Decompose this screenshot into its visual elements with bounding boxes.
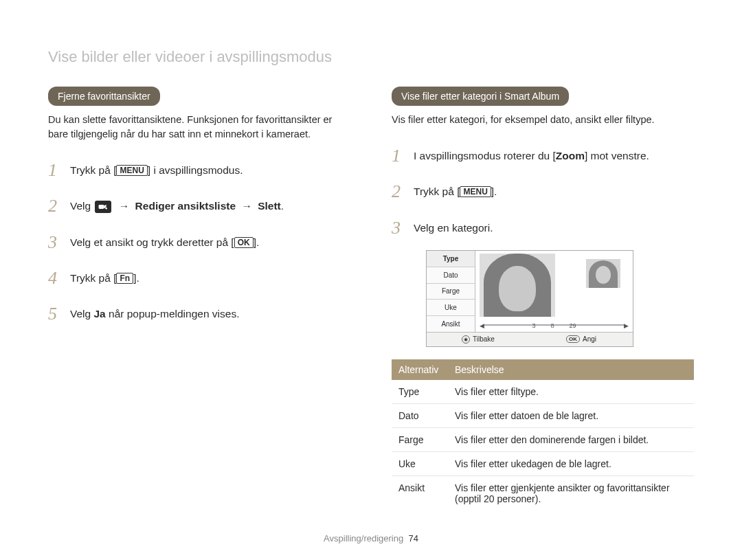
svg-rect-0 — [99, 205, 104, 209]
step-r1: 1 I avspillingsmodus roterer du [Zoom] m… — [392, 142, 694, 170]
th-beskrivelse: Beskrivelse — [448, 359, 694, 380]
step-5: 5 Velg Ja når popup-meldingen vises. — [48, 300, 350, 328]
cam-menu-uke: Uke — [427, 300, 475, 316]
svg-point-3 — [106, 208, 108, 210]
table-row: FargeVis filer etter den dominerende far… — [392, 427, 694, 451]
intro-left: Du kan slette favorittansiktene. Funksjo… — [48, 113, 350, 142]
ok-button-label: OK — [234, 237, 254, 248]
thumbnail-small — [586, 259, 620, 288]
step-3: 3 Velg et ansikt og trykk deretter på [O… — [48, 229, 350, 256]
th-alternativ: Alternativ — [392, 359, 448, 380]
table-row: UkeVis filer etter ukedagen de ble lagre… — [392, 451, 694, 475]
step-4: 4 Trykk på [Fn]. — [48, 265, 350, 292]
page-footer: Avspilling/redigering 74 — [0, 533, 742, 544]
section-title: Vise bilder eller videoer i avspillingsm… — [48, 48, 694, 66]
camera-screen-illustration: Type Dato Farge Uke Ansikt — [426, 250, 633, 347]
cam-menu-farge: Farge — [427, 284, 475, 300]
camera-footer-back: ◉Tilbake — [427, 333, 530, 346]
table-row: AnsiktVis filer etter gjenkjente ansikte… — [392, 475, 694, 511]
settings-gear-icon — [95, 201, 111, 213]
menu-button-label: MENU — [116, 165, 147, 176]
fn-button-label: Fn — [116, 273, 133, 284]
options-table: Alternativ Beskrivelse TypeVis filer ett… — [392, 359, 694, 511]
step-r2: 2 Trykk på [MENU]. — [392, 178, 694, 205]
table-row: TypeVis filer etter filtype. — [392, 380, 694, 404]
thumbnail-large — [480, 254, 555, 317]
step-2: 2 Velg → Rediger ansiktsliste → Slett. — [48, 192, 350, 220]
camera-category-menu: Type Dato Farge Uke Ansikt — [427, 251, 475, 332]
cam-menu-dato: Dato — [427, 267, 475, 284]
table-row: DatoVis filer etter datoen de ble lagret… — [392, 403, 694, 427]
camera-footer-set: OKAngi — [530, 333, 633, 346]
step-1: 1 Trykk på [MENU] i avspillingsmodus. — [48, 157, 350, 184]
menu-button-label: MENU — [460, 186, 491, 197]
heading-remove-favourite-faces: Fjerne favorittansikter — [48, 87, 160, 106]
heading-smart-album: Vise filer etter kategori i Smart Album — [392, 87, 569, 106]
step-r3: 3 Velg en kategori. — [392, 214, 694, 242]
cam-menu-ansikt: Ansikt — [427, 316, 475, 332]
cam-menu-type: Type — [427, 251, 475, 267]
camera-scroll-labels: ◀ 3 8 29 ▶ — [475, 322, 633, 329]
intro-right: Vis filer etter kategori, for eksempel d… — [392, 113, 694, 127]
